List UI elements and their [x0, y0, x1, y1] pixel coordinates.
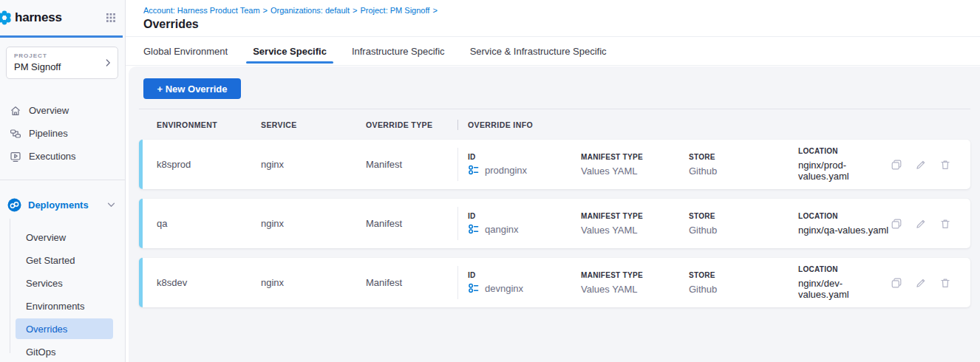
- id-value: devnginx: [485, 283, 523, 294]
- id-label: ID: [468, 271, 571, 279]
- override-type-cell: Manifest: [366, 277, 457, 288]
- row-actions: [891, 218, 970, 230]
- override-id-block: ID prodnginx: [468, 153, 571, 176]
- location-label: LOCATION: [798, 212, 891, 220]
- location-value: nginx/dev-values.yaml: [798, 278, 891, 300]
- subnav-item-label: Overview: [26, 232, 66, 243]
- tab-label: Service & Infrastructure Specific: [470, 46, 607, 57]
- manifest-type-block: MANIFEST TYPE Values YAML: [581, 271, 679, 295]
- executions-icon: [10, 151, 21, 163]
- location-block: LOCATION nginx/qa-values.yaml: [798, 212, 891, 236]
- copy-icon[interactable]: [891, 277, 902, 289]
- id-label: ID: [468, 153, 571, 161]
- manifest-type-block: MANIFEST TYPE Values YAML: [581, 153, 679, 177]
- id-icon: [468, 282, 480, 294]
- breadcrumb-account-link[interactable]: Account: Harness Product Team: [143, 6, 260, 15]
- manifest-type-label: MANIFEST TYPE: [581, 153, 679, 161]
- column-header-override-info: OVERRIDE INFO: [468, 120, 533, 129]
- deployments-subnav: Overview Get Started Services Environmen…: [0, 226, 125, 362]
- location-block: LOCATION nginx/dev-values.yaml: [798, 265, 891, 300]
- location-value: nginx/prod-values.yaml: [798, 160, 891, 182]
- manifest-type-label: MANIFEST TYPE: [581, 271, 679, 279]
- delete-icon[interactable]: [939, 277, 951, 289]
- tab-service-specific[interactable]: Service Specific: [253, 37, 327, 65]
- page-header: Account: Harness Product Team>Organizati…: [126, 0, 980, 37]
- breadcrumb-org-link[interactable]: Organizations: default: [270, 6, 350, 15]
- manifest-type-value: Values YAML: [581, 225, 679, 236]
- manifest-type-label: MANIFEST TYPE: [581, 212, 679, 220]
- subnav-item-label: GitOps: [26, 346, 55, 358]
- tab-bar: Global Environment Service Specific Infr…: [126, 37, 980, 66]
- sidebar-item-label: Pipelines: [29, 128, 68, 139]
- chevron-right-icon: [106, 59, 111, 67]
- column-separator: [457, 120, 458, 130]
- breadcrumb-separator: >: [263, 6, 268, 15]
- sidebar-item-pipelines[interactable]: Pipelines: [0, 122, 125, 145]
- delete-icon[interactable]: [939, 159, 951, 171]
- edit-icon[interactable]: [915, 159, 927, 171]
- store-value: Github: [689, 225, 789, 236]
- harness-logo-text: harness: [15, 10, 62, 25]
- sidebar-item-label: Deployments: [28, 199, 89, 211]
- subnav-item-overrides[interactable]: Overrides: [16, 318, 113, 339]
- environment-cell: qa: [157, 218, 261, 229]
- sidebar-nav: Overview Pipelines Executions: [0, 99, 125, 168]
- copy-icon[interactable]: [891, 218, 902, 230]
- chevron-down-icon: [107, 202, 115, 208]
- column-header-override-type: OVERRIDE TYPE: [366, 120, 457, 129]
- subnav-item-label: Services: [26, 278, 63, 289]
- subnav-item-get-started[interactable]: Get Started: [16, 249, 113, 272]
- edit-icon[interactable]: [915, 218, 927, 230]
- tab-content-panel: + New Override ENVIRONMENT SERVICE OVERR…: [129, 66, 980, 362]
- id-value: prodnginx: [485, 165, 527, 176]
- sidebar-item-label: Overview: [29, 105, 69, 116]
- breadcrumb-project-link[interactable]: Project: PM Signoff: [360, 6, 429, 15]
- service-cell: nginx: [261, 159, 366, 170]
- project-selector[interactable]: PROJECT PM Signoff: [6, 47, 118, 79]
- table-row[interactable]: k8sprod nginx Manifest ID prodnginx: [139, 140, 970, 189]
- store-label: STORE: [689, 153, 789, 161]
- subnav-item-environments[interactable]: Environments: [16, 295, 113, 318]
- row-divider: [457, 148, 458, 181]
- location-block: LOCATION nginx/prod-values.yaml: [798, 147, 891, 182]
- sidebar-item-deployments[interactable]: Deployments: [0, 194, 125, 216]
- store-value: Github: [689, 284, 789, 295]
- sidebar-item-overview[interactable]: Overview: [0, 99, 125, 122]
- subnav-item-gitops[interactable]: GitOps: [16, 341, 113, 362]
- copy-icon[interactable]: [891, 159, 902, 171]
- edit-icon[interactable]: [915, 277, 927, 289]
- tab-global-environment[interactable]: Global Environment: [143, 37, 228, 65]
- row-divider: [457, 266, 458, 299]
- column-header-environment: ENVIRONMENT: [157, 120, 261, 129]
- sidebar-item-executions[interactable]: Executions: [0, 145, 125, 168]
- subnav-item-label: Get Started: [26, 255, 75, 266]
- tab-label: Infrastructure Specific: [352, 46, 445, 57]
- page-title: Overrides: [143, 18, 980, 31]
- sidebar-item-label: Executions: [29, 151, 76, 162]
- delete-icon[interactable]: [939, 218, 951, 230]
- new-override-button[interactable]: + New Override: [143, 78, 241, 99]
- deployments-icon: [7, 198, 21, 212]
- id-value: qanginx: [485, 224, 519, 235]
- apps-grid-icon[interactable]: [106, 13, 116, 23]
- store-block: STORE Github: [689, 153, 789, 177]
- module-accent-line: [0, 35, 123, 38]
- sidebar: harness PROJECT PM Signoff Ov: [0, 0, 126, 362]
- subnav-item-label: Overrides: [26, 324, 67, 335]
- location-value: nginx/qa-values.yaml: [798, 225, 891, 236]
- table-row[interactable]: qa nginx Manifest ID qanginx: [139, 199, 970, 248]
- override-list: k8sprod nginx Manifest ID prodnginx: [139, 140, 970, 307]
- tab-service-and-infrastructure-specific[interactable]: Service & Infrastructure Specific: [470, 37, 607, 65]
- tab-infrastructure-specific[interactable]: Infrastructure Specific: [352, 37, 445, 65]
- manifest-type-block: MANIFEST TYPE Values YAML: [581, 212, 679, 236]
- column-header-service: SERVICE: [261, 120, 366, 129]
- environment-cell: k8sdev: [157, 277, 261, 288]
- breadcrumb-separator: >: [353, 6, 357, 15]
- harness-logo-icon: [0, 8, 14, 27]
- manifest-type-value: Values YAML: [581, 284, 679, 295]
- subnav-item-overview[interactable]: Overview: [16, 226, 113, 249]
- store-block: STORE Github: [689, 271, 789, 295]
- table-row[interactable]: k8sdev nginx Manifest ID devnginx: [139, 258, 970, 307]
- subnav-item-services[interactable]: Services: [16, 272, 113, 295]
- override-id-block: ID devnginx: [468, 271, 571, 294]
